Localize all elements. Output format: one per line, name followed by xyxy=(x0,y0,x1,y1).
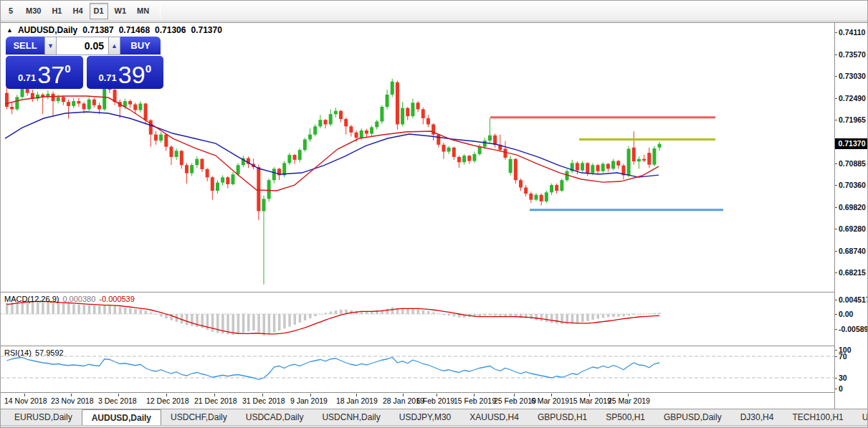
macd-histogram-bar xyxy=(252,314,255,330)
candle-body xyxy=(226,177,229,184)
candle-body xyxy=(411,103,414,116)
collapse-triangle-icon[interactable]: ▲ xyxy=(6,27,13,34)
macd-histogram-bar xyxy=(309,314,312,318)
candle-body xyxy=(616,161,620,166)
candle-body xyxy=(406,108,409,116)
timeframe-button-D1[interactable]: D1 xyxy=(90,3,108,19)
candle-body xyxy=(360,130,363,138)
chart-window[interactable]: ▲ AUDUSD,Daily 0.71387 0.71468 0.71306 0… xyxy=(1,22,868,409)
pane-divider[interactable] xyxy=(1,292,868,293)
macd-histogram-bar xyxy=(47,303,49,314)
rsi-chart-canvas[interactable] xyxy=(1,348,834,392)
volume-input[interactable] xyxy=(57,37,108,55)
buy-price-pip: 0 xyxy=(146,62,151,75)
timeframe-button-5[interactable]: 5 xyxy=(2,3,19,19)
candle-body xyxy=(190,165,194,173)
timeframe-button-H4[interactable]: H4 xyxy=(68,3,87,19)
axis-price-label: 0.74110 xyxy=(839,28,865,37)
macd-histogram-bar xyxy=(550,314,553,323)
current-price-tag: 0.71370 xyxy=(835,138,868,149)
macd-histogram-bar xyxy=(72,304,75,314)
macd-histogram-bar xyxy=(489,314,492,315)
candle-body xyxy=(257,167,260,211)
axis-tick xyxy=(835,54,837,55)
pane-divider[interactable] xyxy=(1,346,868,347)
tab-eurusd-daily[interactable]: EURUSD,Daily xyxy=(5,409,82,425)
macd-histogram-bar xyxy=(150,313,153,314)
candle-body xyxy=(652,148,656,165)
axis-price-label: 0.68215 xyxy=(839,268,866,277)
candle-body xyxy=(509,159,512,173)
candle-body xyxy=(457,157,461,162)
macd-histogram-bar xyxy=(62,303,65,314)
value-axis[interactable]: 0.741100.735700.730300.724900.719650.708… xyxy=(835,23,868,409)
candle-body xyxy=(52,94,55,101)
candle-body xyxy=(524,188,528,194)
volume-increase-button[interactable]: ▲ xyxy=(108,37,120,55)
tab-usdjpy-m30[interactable]: USDJPY,M30 xyxy=(390,409,460,425)
date-axis[interactable]: 14 Nov 201823 Nov 20183 Dec 201812 Dec 2… xyxy=(1,394,834,409)
axis-tick xyxy=(835,378,837,379)
candle-body xyxy=(426,118,430,125)
candle-body xyxy=(15,97,19,109)
tab-gbpusd-h1[interactable]: GBPUSD,H1 xyxy=(528,409,596,425)
timeframe-button-MN[interactable]: MN xyxy=(133,3,153,19)
candle-body xyxy=(555,185,558,191)
tab-xauusd-h4[interactable]: XAUUSD,H4 xyxy=(460,409,528,425)
candle-body xyxy=(133,105,137,110)
tab-dj30-h4[interactable]: DJ30,H4 xyxy=(731,409,783,425)
bottom-strip xyxy=(1,425,868,428)
candle-body xyxy=(550,185,553,192)
tab-gbpusd-daily[interactable]: GBPUSD,Daily xyxy=(654,409,731,425)
ohlc-close: 0.71370 xyxy=(191,25,221,35)
rsi-value: 57.9592 xyxy=(35,348,64,357)
sell-price-panel[interactable]: 0.71 37 0 xyxy=(6,56,83,89)
timeframe-button-W1[interactable]: W1 xyxy=(110,3,131,19)
macd-histogram-bar xyxy=(134,309,137,314)
tab-ukc[interactable]: UKC xyxy=(853,409,868,425)
macd-histogram-bar xyxy=(268,314,271,334)
macd-histogram-bar xyxy=(129,308,132,314)
sell-button[interactable]: SELL xyxy=(6,37,44,55)
macd-histogram-bar xyxy=(67,303,70,314)
tab-audusd-daily[interactable]: AUDUSD,Daily xyxy=(82,409,161,425)
macd-histogram-bar xyxy=(659,313,662,314)
candle-body xyxy=(318,120,322,126)
tab-usdcad-daily[interactable]: USDCAD,Daily xyxy=(237,409,313,425)
buy-price-panel[interactable]: 0.71 39 0 xyxy=(87,56,164,89)
candle-body xyxy=(298,150,302,160)
axis-tick xyxy=(835,314,837,315)
date-label: 21 Dec 2018 xyxy=(194,396,237,405)
candle-body xyxy=(596,165,600,171)
candle-body xyxy=(591,165,594,173)
candle-body xyxy=(329,114,333,124)
candle-body xyxy=(386,95,389,107)
tab-tech100-h1[interactable]: TECH100,H1 xyxy=(783,409,852,425)
date-label: 15 Mar 2019 xyxy=(569,396,611,405)
buy-button[interactable]: BUY xyxy=(120,37,161,55)
chart-symbol-label: AUDUSD,Daily xyxy=(18,25,77,35)
tab-sp500-h1[interactable]: SP500,H1 xyxy=(596,409,654,425)
axis-tick xyxy=(835,207,837,208)
macd-value-signal: -0.000539 xyxy=(99,295,135,303)
candle-body xyxy=(339,111,343,119)
candle-body xyxy=(576,163,579,170)
macd-histogram-bar xyxy=(278,314,281,330)
candle-body xyxy=(560,180,563,191)
candle-body xyxy=(57,97,60,101)
axis-price-label: 0.69280 xyxy=(839,224,866,233)
tab-usdchf-daily[interactable]: USDCHF,Daily xyxy=(161,409,237,425)
timeframe-button-M30[interactable]: M30 xyxy=(22,3,45,19)
candle-body xyxy=(144,103,148,120)
macd-histogram-bar xyxy=(103,305,106,314)
candle-body xyxy=(365,130,368,134)
axis-tick xyxy=(835,251,837,252)
candle-body xyxy=(313,126,317,134)
candle-body xyxy=(586,163,589,173)
timeframe-button-H1[interactable]: H1 xyxy=(47,3,66,19)
macd-histogram-bar xyxy=(448,314,451,315)
volume-decrease-button[interactable]: ▼ xyxy=(44,37,57,55)
tab-usdcnh-daily[interactable]: USDCNH,Daily xyxy=(313,409,389,425)
candle-body xyxy=(380,107,383,121)
candle-body xyxy=(519,180,523,187)
